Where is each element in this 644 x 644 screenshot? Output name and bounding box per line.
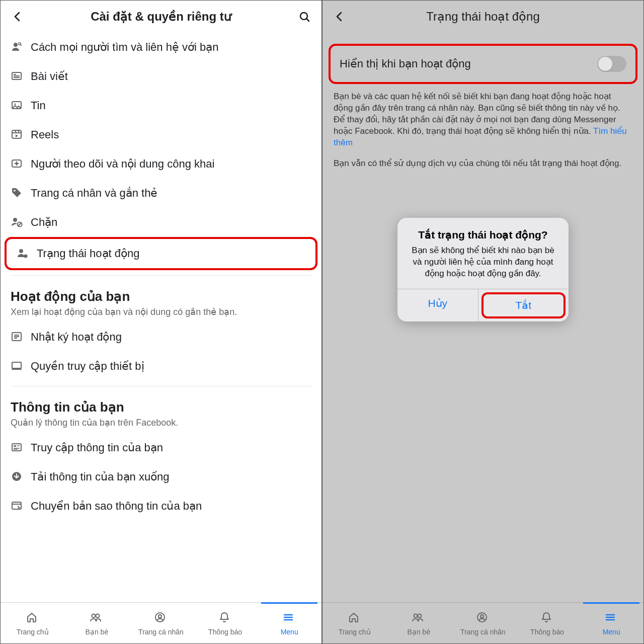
row-transfer-info[interactable]: Chuyển bản sao thông tin của bạn [1, 492, 321, 521]
nav-home[interactable]: Trang chủ [1, 603, 65, 643]
row-label: Quyền truy cập thiết bị [31, 360, 311, 373]
dialog-buttons: Hủy Tắt [397, 289, 569, 321]
row-device-access[interactable]: Quyền truy cập thiết bị [1, 352, 321, 381]
row-find-contact[interactable]: Cách mọi người tìm và liên hệ với bạn [1, 33, 321, 62]
friends-icon [90, 611, 104, 626]
nav-label: Menu [281, 628, 298, 636]
home-icon [26, 611, 40, 626]
divider [11, 275, 311, 276]
chevron-left-icon [334, 11, 346, 23]
row-label: Trang cá nhân và gắn thẻ [31, 187, 311, 200]
nav-label: Menu [603, 628, 620, 636]
status-icon [17, 247, 37, 260]
row-block[interactable]: Chặn [1, 208, 321, 237]
header: Cài đặt & quyền riêng tư [1, 1, 321, 33]
row-download-info[interactable]: Tải thông tin của bạn xuống [1, 462, 321, 492]
row-label: Chặn [31, 216, 311, 229]
nav-profile[interactable]: Trang cá nhân [129, 603, 193, 643]
post-icon [11, 70, 31, 83]
divider [11, 386, 311, 386]
bell-icon [218, 611, 232, 626]
photo-icon [11, 99, 31, 112]
nav-notifications[interactable]: Thông báo [515, 603, 580, 643]
row-label: Cách mọi người tìm và liên hệ với bạn [31, 41, 311, 54]
dialog-message: Bạn sẽ không thể biết khi nào bạn bè và … [408, 245, 558, 280]
row-label: Chuyển bản sao thông tin của bạn [31, 500, 311, 513]
row-reels[interactable]: Reels [1, 120, 321, 149]
tag-icon [11, 187, 31, 200]
nav-label: Trang chủ [17, 628, 49, 636]
nav-home[interactable]: Trang chủ [323, 603, 387, 643]
settings-pane: Cài đặt & quyền riêng tư Cách mọi người … [0, 0, 322, 644]
row-label: Reels [31, 128, 311, 141]
followers-icon [11, 157, 31, 171]
header: Trạng thái hoạt động [323, 1, 643, 33]
search-button[interactable] [294, 7, 314, 27]
nav-label: Trang chủ [339, 628, 371, 636]
nav-label: Trang cá nhân [460, 628, 506, 636]
device-icon [11, 360, 31, 373]
row-posts[interactable]: Bài viết [1, 62, 321, 91]
confirm-dialog: Tắt trạng thái hoạt động? Bạn sẽ không t… [397, 218, 569, 321]
section-sub-yourinfo: Quản lý thông tin của bạn trên Facebook. [1, 417, 321, 433]
row-active-status[interactable]: Trạng thái hoạt động [5, 237, 317, 270]
nav-label: Thông báo [530, 628, 564, 636]
cancel-button[interactable]: Hủy [397, 289, 478, 321]
active-status-pane: Trạng thái hoạt động Hiển thị khi bạn ho… [322, 0, 644, 644]
nav-label: Thông báo [208, 628, 242, 636]
row-label: Bài viết [31, 70, 311, 83]
row-label: Nhật ký hoạt động [31, 331, 311, 344]
nav-label: Trang cá nhân [138, 628, 184, 636]
chevron-left-icon [12, 11, 24, 23]
menu-icon [282, 611, 296, 626]
nav-friends[interactable]: Bạn bè [65, 603, 129, 643]
menu-icon [604, 611, 618, 626]
row-followers[interactable]: Người theo dõi và nội dung công khai [1, 149, 321, 179]
profile-icon [476, 611, 490, 626]
row-activity-log[interactable]: Nhật ký hoạt động [1, 323, 321, 352]
info-icon [11, 441, 31, 454]
toggle-switch[interactable] [597, 56, 626, 72]
nav-label: Bạn bè [408, 628, 431, 636]
log-icon [11, 331, 31, 344]
page-title: Trạng thái hoạt động [426, 10, 540, 24]
nav-profile[interactable]: Trang cá nhân [451, 603, 515, 643]
back-button[interactable] [8, 7, 28, 27]
row-access-info[interactable]: Truy cập thông tin của bạn [1, 433, 321, 462]
dialog-body: Tắt trạng thái hoạt động? Bạn sẽ không t… [397, 218, 569, 289]
page-title: Cài đặt & quyền riêng tư [91, 10, 231, 24]
description-text: Bạn bè và các quan hệ kết nối sẽ biết kh… [323, 84, 643, 149]
block-icon [11, 216, 31, 229]
row-label: Truy cập thông tin của bạn [31, 441, 311, 454]
nav-label: Bạn bè [86, 628, 109, 636]
nav-menu[interactable]: Menu [579, 603, 643, 643]
bottom-nav: Trang chủ Bạn bè Trang cá nhân Thông báo… [1, 602, 321, 643]
section-sub-activity: Xem lại hoạt động của bạn và nội dung có… [1, 306, 321, 323]
section-title-yourinfo: Thông tin của bạn [1, 391, 321, 417]
active-status-toggle-row[interactable]: Hiển thị khi bạn hoạt động [329, 44, 637, 84]
row-stories[interactable]: Tin [1, 91, 321, 120]
download-icon [11, 470, 31, 484]
row-profile-tag[interactable]: Trang cá nhân và gắn thẻ [1, 179, 321, 208]
row-label: Tin [31, 99, 311, 112]
row-label: Trạng thái hoạt động [37, 247, 305, 260]
reels-icon [11, 128, 31, 141]
content: Cách mọi người tìm và liên hệ với bạn Bà… [1, 33, 321, 602]
home-icon [348, 611, 362, 626]
friends-icon [412, 611, 426, 626]
toggle-label: Hiển thị khi bạn hoạt động [340, 57, 471, 70]
back-button[interactable] [330, 7, 350, 27]
row-label: Người theo dõi và nội dung công khai [31, 157, 311, 171]
transfer-icon [11, 500, 31, 513]
people-find-icon [11, 41, 31, 54]
nav-menu[interactable]: Menu [257, 603, 321, 643]
dialog-title: Tắt trạng thái hoạt động? [408, 229, 558, 241]
nav-friends[interactable]: Bạn bè [387, 603, 451, 643]
nav-notifications[interactable]: Thông báo [193, 603, 258, 643]
profile-icon [154, 611, 168, 626]
confirm-button[interactable]: Tắt [481, 292, 566, 318]
description-text-2: Bạn vẫn có thể sử dụng dịch vụ của chúng… [323, 149, 643, 170]
row-label: Tải thông tin của bạn xuống [31, 470, 311, 484]
bell-icon [540, 611, 554, 626]
bottom-nav: Trang chủ Bạn bè Trang cá nhân Thông báo… [323, 602, 643, 643]
